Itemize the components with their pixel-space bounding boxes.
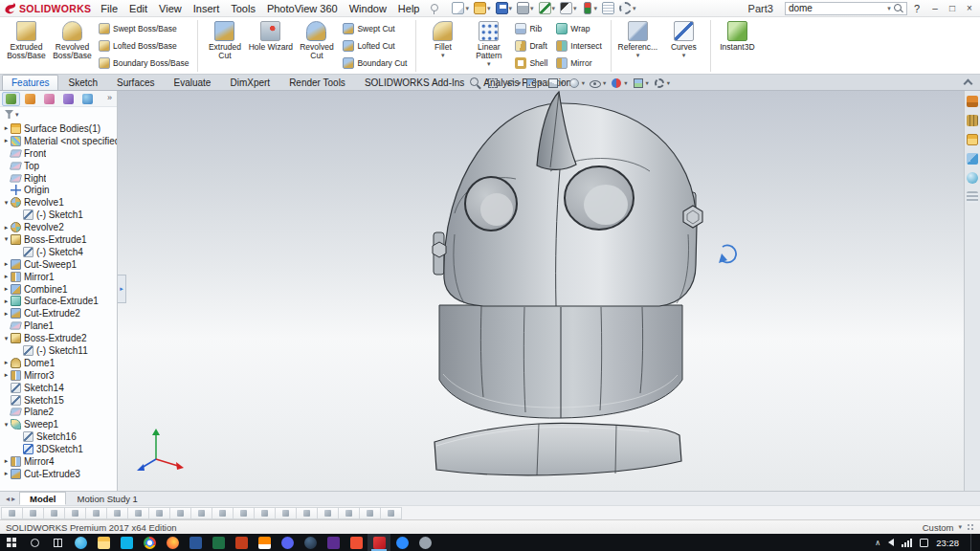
tree-item[interactable]: ▾ Sweep1 — [2, 418, 117, 430]
tree-item[interactable]: ▸ Cut-Extrude3 — [2, 468, 117, 480]
tree-item[interactable]: ▾ Boss-Extrude2 — [2, 332, 117, 344]
open-button[interactable]: ▾ — [472, 1, 493, 16]
expand-arrow-icon[interactable]: ▸ — [2, 124, 11, 132]
tab-dimxpert[interactable]: DimXpert — [220, 75, 279, 90]
filter-planes-icon[interactable] — [148, 507, 170, 519]
expand-arrow-icon[interactable]: ▸ — [2, 457, 11, 465]
filter-sketch-points-icon[interactable] — [169, 507, 191, 519]
tree-item[interactable]: ▸ Revolve2 — [2, 221, 117, 233]
expand-arrow-icon[interactable]: ▸ — [2, 273, 11, 280]
filter-center-marks-icon[interactable] — [233, 507, 255, 519]
tree-item[interactable]: ▸ Mirror4 — [2, 455, 117, 468]
filter-caret-icon[interactable]: ▾ — [15, 111, 19, 119]
menu-tools[interactable]: Tools — [225, 2, 261, 15]
expand-arrow-icon[interactable]: ▸ — [2, 224, 11, 231]
custom-properties-icon[interactable] — [967, 191, 978, 203]
taskbar-solidworks-icon[interactable] — [368, 534, 390, 551]
select-button[interactable]: ▾ — [558, 1, 579, 16]
rebuild-button[interactable]: ▾ — [580, 1, 600, 16]
mirror-button[interactable]: Mirror ▾ — [553, 55, 607, 72]
tree-item[interactable]: Plane2 — [2, 406, 117, 418]
tree-item[interactable]: ▸ Surface Bodies(1) — [2, 122, 117, 135]
reference-geometry-button[interactable]: Referenc... ▾ — [615, 20, 660, 72]
intersect-button[interactable]: Intersect ▾ — [553, 37, 607, 55]
taskbar-excel-icon[interactable] — [207, 534, 230, 551]
filter-faces-icon[interactable] — [64, 507, 86, 519]
search-caret-icon[interactable]: ▾ — [887, 5, 891, 12]
tab-scroll-right-icon[interactable]: ▸ — [11, 495, 15, 503]
expand-arrow-icon[interactable]: ▾ — [2, 335, 11, 342]
boundary-boss-base-button[interactable]: Boundary Boss/Base ▾ — [96, 55, 193, 72]
file-properties-button[interactable]: ▾ — [600, 1, 616, 16]
maximize-button[interactable]: □ — [944, 1, 961, 16]
filter-axes-icon[interactable] — [127, 507, 149, 519]
apply-scene-icon[interactable]: ▾ — [630, 76, 651, 91]
taskbar-zoom-icon[interactable] — [390, 534, 413, 551]
draft-button[interactable]: Draft ▾ — [512, 37, 552, 55]
filter-geometric-tolerances-icon[interactable] — [317, 507, 339, 519]
zoom-to-fit-icon[interactable]: ▾ — [467, 76, 484, 91]
model-iron-giant-head[interactable] — [433, 92, 702, 475]
taskbar-firefox-icon[interactable] — [161, 534, 184, 551]
tab-render-tools[interactable]: Render Tools — [279, 75, 355, 90]
taskbar-settings-icon[interactable] — [413, 534, 436, 551]
taskbar-file-explorer-icon[interactable] — [92, 534, 115, 551]
cortana-search-button[interactable] — [23, 534, 46, 551]
menu-photoview-360[interactable]: PhotoView 360 — [261, 2, 344, 15]
tab-sketch[interactable]: Sketch — [58, 75, 107, 90]
menu-file[interactable]: File — [95, 2, 123, 15]
expand-arrow-icon[interactable]: ▾ — [2, 421, 11, 429]
rib-button[interactable]: Rib ▾ — [512, 20, 552, 37]
view-settings-icon[interactable]: ▾ — [651, 76, 672, 91]
filter-clear-icon[interactable] — [1, 507, 23, 519]
previous-view-icon[interactable]: ▾ — [501, 76, 523, 91]
tree-item[interactable]: Plane1 — [2, 320, 117, 332]
expand-arrow-icon[interactable]: ▾ — [2, 235, 11, 243]
appearances-scenes-icon[interactable] — [967, 172, 978, 184]
filter-surface-finish-icon[interactable] — [296, 507, 318, 519]
search-input[interactable] — [789, 3, 884, 14]
tab-motion-study-1[interactable]: Motion Study 1 — [66, 492, 147, 505]
boundary-cut-button[interactable]: Boundary Cut ▾ — [340, 55, 412, 72]
taskbar-chrome-icon[interactable] — [138, 534, 161, 551]
tree-item[interactable]: Origin — [2, 184, 117, 196]
fillet-button[interactable]: Fillet ▾ — [420, 20, 465, 72]
section-view-icon[interactable]: ▾ — [523, 76, 544, 91]
tree-item[interactable]: ▸ Material <not specified> — [2, 135, 117, 147]
print-button[interactable]: ▾ — [515, 1, 536, 16]
filter-sketch-segments-icon[interactable] — [190, 507, 212, 519]
instant3d-button[interactable]: Instant3D ▾ — [715, 20, 760, 72]
tab-scroll-buttons[interactable]: ◂ ▸ — [2, 492, 19, 505]
taskbar-git-icon[interactable] — [345, 534, 368, 551]
propertymanager-tab[interactable] — [21, 92, 39, 106]
task-view-button[interactable] — [46, 534, 69, 551]
expand-arrow-icon[interactable]: ▸ — [2, 285, 11, 293]
tree-item[interactable]: (-) Sketch4 — [2, 246, 117, 258]
extruded-boss-base-button[interactable]: Extruded Boss/Base ▾ — [4, 20, 49, 72]
tab-scroll-left-icon[interactable]: ◂ — [6, 495, 10, 503]
revolved-boss-base-button[interactable]: Revolved Boss/Base ▾ — [50, 20, 95, 72]
tree-item[interactable]: ▸ Mirror3 — [2, 369, 117, 382]
lofted-cut-button[interactable]: Lofted Cut ▾ — [340, 37, 412, 55]
tree-item[interactable]: Front — [2, 147, 117, 160]
revolved-cut-button[interactable]: Revolved Cut ▾ — [294, 20, 339, 72]
tree-item[interactable]: Top — [2, 160, 117, 172]
tree-item[interactable]: (-) Sketch11 — [2, 344, 117, 357]
menu-help[interactable]: Help — [392, 2, 426, 15]
tray-expand-icon[interactable]: ∧ — [875, 539, 880, 547]
menu-edit[interactable]: Edit — [123, 2, 153, 15]
filter-surface-bodies-icon[interactable] — [85, 507, 107, 519]
solidworks-resources-icon[interactable] — [967, 96, 978, 107]
lofted-boss-base-button[interactable]: Lofted Boss/Base ▾ — [96, 37, 193, 55]
filter-edges-icon[interactable] — [43, 507, 65, 519]
tab-solidworks-add-ins[interactable]: SOLIDWORKS Add-Ins — [355, 75, 474, 90]
tree-item[interactable]: ▸ Dome1 — [2, 357, 117, 369]
network-icon[interactable] — [902, 539, 912, 547]
tab-surfaces[interactable]: Surfaces — [107, 75, 164, 90]
tree-item[interactable]: Sketch16 — [2, 430, 117, 443]
collapse-ribbon-icon[interactable] — [963, 77, 972, 87]
tree-item[interactable]: ▸ Surface-Extrude1 — [2, 295, 117, 307]
undo-button[interactable]: ▾ — [537, 1, 558, 16]
tree-item[interactable]: Right — [2, 172, 117, 185]
taskbar-vlc-icon[interactable] — [253, 534, 276, 551]
